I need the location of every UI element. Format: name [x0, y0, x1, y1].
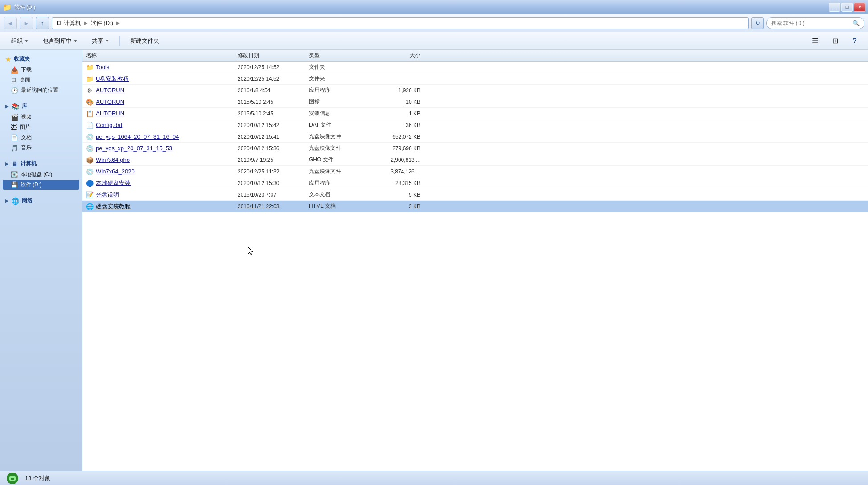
close-button[interactable]: ✕	[854, 3, 865, 12]
file-type: DAT 文件	[309, 121, 367, 129]
table-row[interactable]: 🔵 本地硬盘安装 2020/10/12 15:30 应用程序 28,315 KB	[82, 177, 868, 189]
table-row[interactable]: 💿 Win7x64_2020 2020/12/25 11:32 光盘映像文件 3…	[82, 166, 868, 177]
file-name-cell: 📋 AUTORUN	[86, 110, 238, 117]
sidebar-item-desktop[interactable]: 🖥 桌面	[3, 75, 79, 85]
back-button[interactable]: ◄	[4, 17, 17, 29]
sidebar-item-pictures[interactable]: 🖼 图片	[3, 122, 79, 132]
library-expand-icon: ▶	[5, 104, 9, 109]
refresh-button[interactable]: ↻	[751, 17, 764, 29]
share-button[interactable]: 共享 ▼	[86, 34, 115, 48]
file-name-cell: 📦 Win7x64.gho	[86, 156, 238, 164]
file-date: 2016/10/23 7:07	[238, 192, 309, 198]
sidebar-item-music[interactable]: 🎵 音乐	[3, 143, 79, 153]
file-icon: 💿	[86, 133, 93, 140]
status-icon	[5, 472, 20, 485]
search-box[interactable]: 🔍	[766, 17, 864, 29]
table-row[interactable]: 🌐 硬盘安装教程 2016/11/21 22:03 HTML 文档 3 KB	[82, 201, 868, 212]
sidebar-header-network[interactable]: ▶ 🌐 网络	[3, 195, 79, 206]
sidebar-header-computer[interactable]: ▶ 🖥 计算机	[3, 158, 79, 169]
sidebar-header-library[interactable]: ▶ 📚 库	[3, 101, 79, 112]
maximize-button[interactable]: □	[841, 3, 853, 12]
include-button[interactable]: 包含到库中 ▼	[37, 34, 83, 48]
file-size: 3,874,126 ...	[367, 169, 420, 175]
forward-button[interactable]: ►	[20, 17, 33, 29]
table-row[interactable]: ⚙ AUTORUN 2016/1/8 4:54 应用程序 1,926 KB	[82, 85, 868, 96]
file-icon: ⚙	[86, 87, 93, 94]
network-label: 网络	[22, 197, 33, 205]
table-row[interactable]: 💿 pe_yqs_1064_20_07_31_16_04 2020/10/12 …	[82, 131, 868, 143]
file-list-header: 名称 修改日期 类型 大小	[82, 50, 868, 62]
file-type: 文件夹	[309, 63, 367, 71]
table-row[interactable]: 📁 Tools 2020/12/25 14:52 文件夹	[82, 62, 868, 73]
file-name-text: AUTORUN	[96, 87, 124, 94]
minimize-button[interactable]: —	[829, 3, 840, 12]
table-row[interactable]: 📁 U盘安装教程 2020/12/25 14:52 文件夹	[82, 73, 868, 85]
title-bar: 📁 软件 (D:) — □ ✕	[0, 0, 868, 14]
path-sep-2: ►	[115, 20, 121, 26]
table-row[interactable]: 💿 pe_yqs_xp_20_07_31_15_53 2020/10/12 15…	[82, 143, 868, 154]
search-input[interactable]	[771, 20, 850, 26]
file-icon: 📄	[86, 122, 93, 129]
col-header-size[interactable]: 大小	[367, 52, 420, 59]
network-icon: 🌐	[12, 197, 19, 205]
file-name-cell: ⚙ AUTORUN	[86, 87, 238, 94]
file-date: 2015/5/10 2:45	[238, 99, 309, 105]
video-icon: 🎬	[11, 114, 18, 121]
drive-d-label: 软件 (D:)	[21, 181, 41, 189]
sidebar-item-drive-c[interactable]: 💽 本地磁盘 (C:)	[3, 169, 79, 180]
view-toggle-button[interactable]: ⊞	[827, 34, 844, 48]
sidebar-header-favorites[interactable]: ★ 收藏夹	[3, 53, 79, 65]
video-label: 视频	[21, 113, 32, 121]
file-name-cell: 💿 Win7x64_2020	[86, 168, 238, 175]
sidebar-item-drive-d[interactable]: 💾 软件 (D:)	[3, 180, 79, 190]
file-name-cell: 🔵 本地硬盘安装	[86, 179, 238, 187]
sidebar: ★ 收藏夹 📥 下载 🖥 桌面 🕐 最近访问的位置 ▶ 📚 库	[0, 50, 82, 471]
organize-button[interactable]: 组织 ▼	[5, 34, 34, 48]
sidebar-item-recent[interactable]: 🕐 最近访问的位置	[3, 85, 79, 95]
computer-icon: 🖥	[12, 160, 18, 168]
file-icon: 📦	[86, 156, 93, 164]
path-drive[interactable]: 软件 (D:)	[91, 19, 113, 27]
table-row[interactable]: 📋 AUTORUN 2015/5/10 2:45 安装信息 1 KB	[82, 108, 868, 119]
file-type: 安装信息	[309, 110, 367, 117]
file-size: 3 KB	[367, 203, 420, 210]
address-path[interactable]: 🖥 计算机 ► 软件 (D:) ►	[52, 17, 749, 29]
file-rows: 📁 Tools 2020/12/25 14:52 文件夹 📁 U盘安装教程 20…	[82, 62, 868, 212]
organize-label: 组织	[11, 37, 23, 45]
file-name-text: pe_yqs_xp_20_07_31_15_53	[96, 145, 172, 152]
col-header-date[interactable]: 修改日期	[238, 52, 309, 59]
music-label: 音乐	[21, 144, 32, 152]
up-button[interactable]: ↑	[36, 17, 49, 29]
sidebar-item-downloads[interactable]: 📥 下载	[3, 65, 79, 75]
file-date: 2019/9/7 19:25	[238, 157, 309, 163]
col-header-name[interactable]: 名称	[86, 52, 238, 59]
file-name-cell: 📁 Tools	[86, 64, 238, 71]
view-button[interactable]: ☰	[806, 34, 824, 48]
file-icon: 💿	[86, 145, 93, 152]
help-button[interactable]: ?	[847, 34, 863, 48]
table-row[interactable]: 📝 光盘说明 2016/10/23 7:07 文本文档 5 KB	[82, 189, 868, 201]
file-icon: 📁	[86, 75, 93, 82]
file-type: 图标	[309, 98, 367, 106]
pictures-label: 图片	[20, 123, 30, 131]
file-type: 光盘映像文件	[309, 168, 367, 175]
table-row[interactable]: 📦 Win7x64.gho 2019/9/7 19:25 GHO 文件 2,90…	[82, 154, 868, 166]
table-row[interactable]: 🎨 AUTORUN 2015/5/10 2:45 图标 10 KB	[82, 96, 868, 108]
col-header-type[interactable]: 类型	[309, 52, 367, 59]
path-computer[interactable]: 计算机	[64, 19, 81, 27]
file-date: 2020/12/25 14:52	[238, 76, 309, 82]
share-label: 共享	[92, 37, 103, 45]
new-folder-button[interactable]: 新建文件夹	[124, 34, 165, 48]
svg-rect-2	[11, 478, 14, 480]
file-name-cell: 📝 光盘说明	[86, 191, 238, 199]
computer-expand-icon: ▶	[5, 161, 9, 166]
toolbar: 组织 ▼ 包含到库中 ▼ 共享 ▼ 新建文件夹 ☰ ⊞ ?	[0, 32, 868, 50]
sidebar-item-documents[interactable]: 📄 文档	[3, 132, 79, 143]
file-name-cell: 💿 pe_yqs_1064_20_07_31_16_04	[86, 133, 238, 140]
table-row[interactable]: 📄 Config.dat 2020/10/12 15:42 DAT 文件 36 …	[82, 119, 868, 131]
file-name-cell: 📄 Config.dat	[86, 122, 238, 129]
sidebar-item-video[interactable]: 🎬 视频	[3, 112, 79, 122]
network-expand-icon: ▶	[5, 198, 9, 203]
file-type: 光盘映像文件	[309, 144, 367, 152]
file-date: 2020/10/12 15:41	[238, 134, 309, 140]
